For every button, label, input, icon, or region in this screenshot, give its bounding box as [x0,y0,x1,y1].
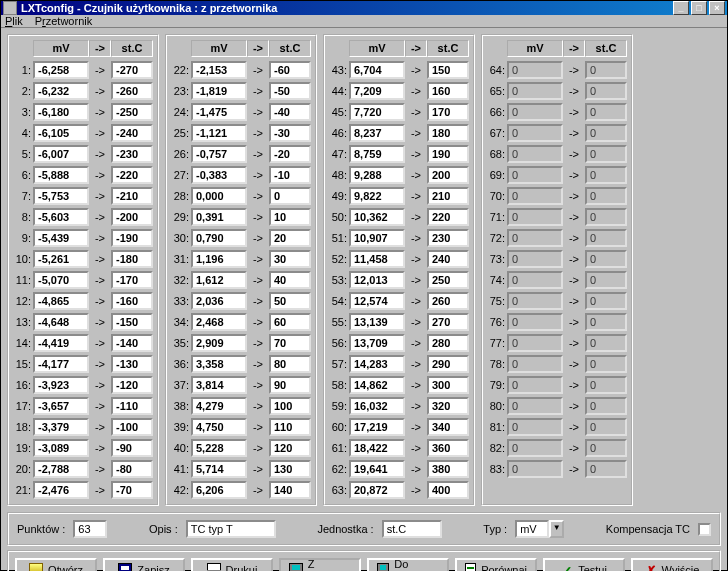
mv-input[interactable]: -2,476 [33,481,89,499]
mv-input[interactable]: 11,458 [349,250,405,268]
mv-input[interactable]: 10,907 [349,229,405,247]
titlebar[interactable]: LXTconfig - Czujnik użytkownika : z prze… [1,1,727,15]
mv-input[interactable]: -6,232 [33,82,89,100]
mv-input[interactable]: 18,422 [349,439,405,457]
mv-input[interactable]: 10,362 [349,208,405,226]
stc-input[interactable]: 150 [427,61,469,79]
type-combo[interactable]: mV ▼ [515,520,564,538]
mv-input[interactable]: -5,603 [33,208,89,226]
stc-input[interactable]: -230 [111,145,153,163]
mv-input[interactable]: 1,612 [191,271,247,289]
mv-input[interactable]: 6,704 [349,61,405,79]
print-button[interactable]: Drukuj [191,558,273,571]
stc-input[interactable]: -250 [111,103,153,121]
stc-input[interactable]: -270 [111,61,153,79]
stc-input[interactable]: 210 [427,187,469,205]
stc-input[interactable]: -70 [111,481,153,499]
mv-input[interactable]: 0,391 [191,208,247,226]
test-button[interactable]: ✓Testuj [543,558,625,571]
stc-input[interactable]: -110 [111,397,153,415]
mv-input[interactable]: -1,121 [191,124,247,142]
stc-input[interactable]: -60 [269,61,311,79]
stc-input[interactable]: 260 [427,292,469,310]
mv-input[interactable]: -5,439 [33,229,89,247]
stc-input[interactable]: -210 [111,187,153,205]
stc-input[interactable]: 300 [427,376,469,394]
mv-input[interactable]: -3,923 [33,376,89,394]
menu-converter[interactable]: Przetwornik [35,15,92,27]
stc-input[interactable]: 80 [269,355,311,373]
stc-input[interactable]: 320 [427,397,469,415]
stc-input[interactable]: 230 [427,229,469,247]
stc-input[interactable]: -240 [111,124,153,142]
stc-input[interactable]: -190 [111,229,153,247]
mv-input[interactable]: -5,753 [33,187,89,205]
stc-input[interactable]: 0 [269,187,311,205]
mv-input[interactable]: -3,379 [33,418,89,436]
mv-input[interactable]: -5,888 [33,166,89,184]
stc-input[interactable]: -50 [269,82,311,100]
mv-input[interactable]: 14,862 [349,376,405,394]
compare-button[interactable]: Porównaj [455,558,537,571]
stc-input[interactable]: 70 [269,334,311,352]
stc-input[interactable]: 120 [269,439,311,457]
stc-input[interactable]: 160 [427,82,469,100]
stc-input[interactable]: 50 [269,292,311,310]
close-button[interactable]: × [709,1,725,15]
stc-input[interactable]: 200 [427,166,469,184]
stc-input[interactable]: 290 [427,355,469,373]
mv-input[interactable]: -0,757 [191,145,247,163]
stc-input[interactable]: -130 [111,355,153,373]
stc-input[interactable]: -160 [111,292,153,310]
mv-input[interactable]: 9,288 [349,166,405,184]
stc-input[interactable]: 130 [269,460,311,478]
mv-input[interactable]: -6,258 [33,61,89,79]
mv-input[interactable]: -3,089 [33,439,89,457]
mv-input[interactable]: -4,865 [33,292,89,310]
mv-input[interactable]: -4,177 [33,355,89,373]
mv-input[interactable]: -4,419 [33,334,89,352]
stc-input[interactable]: 250 [427,271,469,289]
save-button[interactable]: Zapisz [103,558,185,571]
stc-input[interactable]: -140 [111,334,153,352]
stc-input[interactable]: 20 [269,229,311,247]
stc-input[interactable]: 30 [269,250,311,268]
mv-input[interactable]: 7,720 [349,103,405,121]
mv-input[interactable]: 8,759 [349,145,405,163]
mv-input[interactable]: 12,013 [349,271,405,289]
unit-field[interactable]: st.C [382,520,442,538]
mv-input[interactable]: 2,036 [191,292,247,310]
mv-input[interactable]: 5,714 [191,460,247,478]
stc-input[interactable]: -120 [111,376,153,394]
stc-input[interactable]: 380 [427,460,469,478]
to-device-button[interactable]: Do przetw. [367,558,449,571]
stc-input[interactable]: 400 [427,481,469,499]
stc-input[interactable]: 90 [269,376,311,394]
stc-input[interactable]: 220 [427,208,469,226]
mv-input[interactable]: 16,032 [349,397,405,415]
stc-input[interactable]: -180 [111,250,153,268]
mv-input[interactable]: 9,822 [349,187,405,205]
mv-input[interactable]: -5,070 [33,271,89,289]
stc-input[interactable]: -200 [111,208,153,226]
mv-input[interactable]: 0,790 [191,229,247,247]
stc-input[interactable]: 110 [269,418,311,436]
stc-input[interactable]: 10 [269,208,311,226]
stc-input[interactable]: 180 [427,124,469,142]
stc-input[interactable]: -80 [111,460,153,478]
stc-input[interactable]: -170 [111,271,153,289]
mv-input[interactable]: -3,657 [33,397,89,415]
mv-input[interactable]: -5,261 [33,250,89,268]
mv-input[interactable]: 17,219 [349,418,405,436]
mv-input[interactable]: -6,105 [33,124,89,142]
mv-input[interactable]: 0,000 [191,187,247,205]
stc-input[interactable]: -90 [111,439,153,457]
mv-input[interactable]: 1,196 [191,250,247,268]
menu-file[interactable]: Plik [5,15,23,27]
stc-input[interactable]: -30 [269,124,311,142]
points-field[interactable]: 63 [73,520,107,538]
stc-input[interactable]: 280 [427,334,469,352]
mv-input[interactable]: 4,279 [191,397,247,415]
stc-input[interactable]: 60 [269,313,311,331]
stc-input[interactable]: 40 [269,271,311,289]
